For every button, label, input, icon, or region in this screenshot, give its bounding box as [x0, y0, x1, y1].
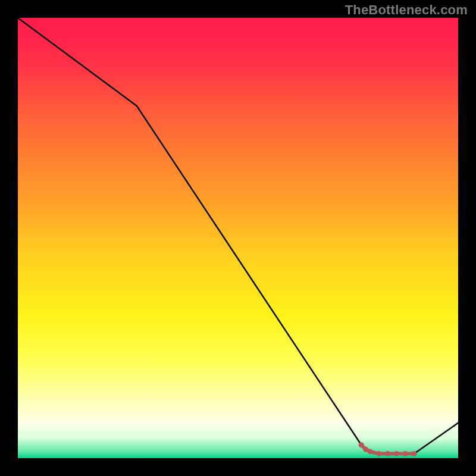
optimal-marker-dot [412, 451, 417, 456]
optimal-marker-dot [376, 451, 381, 456]
chart-frame: TheBottleneck.com [0, 0, 476, 476]
gradient-background [18, 18, 458, 458]
optimal-marker-dot [385, 451, 390, 456]
optimal-marker-dot [394, 451, 399, 456]
plot-area [18, 18, 458, 458]
optimal-marker-dot [368, 449, 373, 454]
chart-svg [18, 18, 458, 458]
optimal-marker-dot [359, 442, 364, 447]
watermark-text: TheBottleneck.com [345, 2, 468, 18]
optimal-marker-dot [403, 451, 408, 456]
